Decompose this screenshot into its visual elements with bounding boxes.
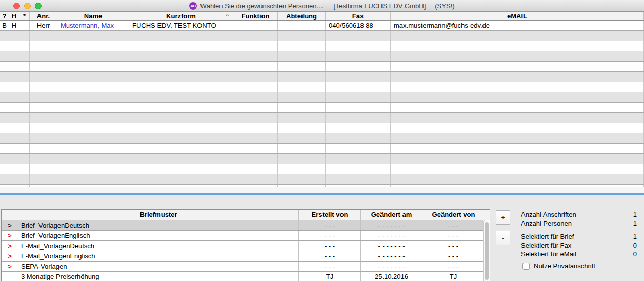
nutze-privatanschrift-checkbox[interactable] [522,263,530,270]
minimize-button[interactable] [24,3,31,9]
cell-Name: Mustermann, Max [57,21,129,30]
cell-eMAIL [391,41,644,51]
person-row[interactable]: BHHerrMustermann, MaxFUCHS EDV, TEST KON… [0,21,644,31]
scrollbar-thumb[interactable] [485,222,489,280]
empty-row[interactable] [0,62,644,72]
template-row[interactable]: 3 Monatige PreiserhöhungTJ25.10.2016TJ [2,272,483,281]
cell-Kurzform [129,31,233,41]
column-header-Abteilung[interactable]: Abteilung [278,12,326,20]
cell-? [0,154,9,164]
column-header-Name[interactable]: Name [57,12,129,20]
remove-button[interactable]: - [496,231,510,245]
cell-Anr. [30,103,57,112]
template-row[interactable]: >SEPA-Vorlagen- - -- - - - - - -- - - [2,262,483,272]
empty-row[interactable] [0,164,644,174]
column-header-?[interactable]: ? [0,12,9,20]
add-button[interactable]: + [496,210,510,225]
column-header-label: Fax [352,12,364,20]
vertical-scrollbar[interactable] [483,221,490,281]
column-header-Erstellt von[interactable]: Erstellt von [299,210,361,220]
empty-row[interactable] [0,82,644,92]
column-header-Briefmuster[interactable]: Briefmuster [18,210,299,220]
cell-Anr. [30,31,57,41]
cell-? [0,92,9,102]
cell-Funktion [233,174,278,184]
column-header-Geändert von[interactable]: Geändert von [422,210,485,220]
empty-row[interactable] [0,154,644,164]
cell-Anr.: Herr [30,21,57,30]
template-row[interactable]: >Brief_VorlagenEnglisch- - -- - - - - - … [2,231,483,241]
cell-geaendert-von: - - - [422,241,485,251]
accent-divider [0,193,644,195]
column-header-marker[interactable] [2,210,18,220]
close-button[interactable] [13,3,20,9]
cell-geaendert-am: - - - - - - - [361,262,422,271]
cell-Funktion [233,164,278,174]
template-marker-icon: > [2,220,18,230]
cell-Abteilung [278,174,326,184]
empty-row[interactable] [0,123,644,133]
cell-eMAIL: max.mustermann@fuchs-edv.de [391,21,644,30]
column-header-Fax[interactable]: Fax [326,12,391,20]
column-header-eMAIL[interactable]: eMAIL [391,12,644,20]
empty-row[interactable] [0,174,644,185]
cell-geaendert-von: - - - [422,262,485,271]
cell-eMAIL [391,62,644,71]
stat-label: Selektiert für eMail [521,250,576,258]
window-title: 4D Wählen Sie die gewünschten Personen… … [189,2,454,10]
cell-? [0,51,9,61]
empty-row[interactable] [0,103,644,113]
cell-* [19,72,30,82]
cell-* [19,164,30,174]
cell-Kurzform [129,103,233,112]
column-header-Kurzform[interactable]: Kurzform^ [129,12,233,20]
zoom-button[interactable] [35,3,42,9]
empty-row[interactable] [0,144,644,154]
empty-row[interactable] [0,92,644,103]
template-row[interactable]: >E-Mail_VorlagenEnglisch- - -- - - - - -… [2,251,483,262]
empty-row[interactable] [0,133,644,144]
cell-Fax [326,113,391,123]
cell-? [0,62,9,71]
cell-* [19,62,30,71]
cell-Anr. [30,123,57,133]
cell-* [19,144,30,153]
cell-Name [57,82,129,92]
column-header-*[interactable]: * [19,12,30,20]
empty-row[interactable] [0,51,644,62]
cell-Kurzform [129,72,233,82]
stat-value: 1 [633,233,637,240]
cell-erstellt-von: - - - [299,262,361,271]
cell-* [19,21,30,30]
cell-Abteilung [278,103,326,112]
column-header-label: * [23,12,26,20]
column-header-Funktion[interactable]: Funktion [233,12,278,20]
stat-value: 0 [633,242,637,249]
empty-row[interactable] [0,113,644,123]
column-header-H[interactable]: H [9,12,19,20]
stat-selektiert-email: Selektiert für eMail 0 [521,250,637,258]
column-header-Anr.[interactable]: Anr. [30,12,57,20]
cell-eMAIL [391,154,644,164]
template-row[interactable]: >E-Mail_VorlagenDeutsch- - -- - - - - - … [2,241,483,251]
cell-Abteilung [278,154,326,164]
empty-row[interactable] [0,72,644,82]
cell-Kurzform [129,144,233,153]
stat-value: 1 [633,211,637,218]
column-header-label: Name [84,12,102,20]
column-header-Geändert am[interactable]: Geändert am [361,210,422,220]
cell-briefmuster: Brief_VorlagenEnglisch [18,231,299,240]
cell-* [19,103,30,112]
cell-Kurzform [129,154,233,164]
cell-Name [57,92,129,102]
cell-Abteilung [278,164,326,174]
cell-H [9,62,19,71]
cell-Anr. [30,133,57,143]
cell-briefmuster: E-Mail_VorlagenDeutsch [18,241,299,251]
cell-H [9,133,19,143]
template-row[interactable]: >Brief_VorlagenDeutsch- - -- - - - - - -… [2,220,483,231]
empty-row[interactable] [0,41,644,51]
privatanschrift-option: Nutze Privatanschrift [522,262,595,270]
cell-Abteilung [278,92,326,102]
empty-row[interactable] [0,31,644,41]
